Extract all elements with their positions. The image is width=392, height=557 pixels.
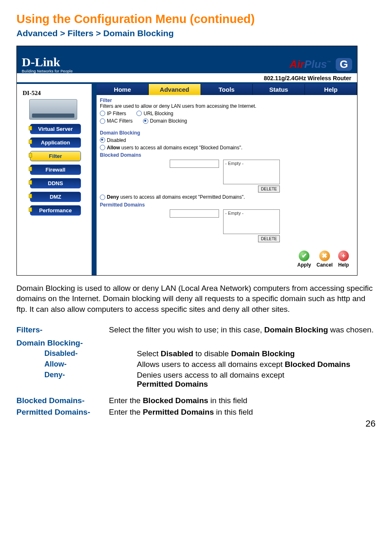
radio-icon	[136, 111, 142, 116]
def-disabled-text: Select Disabled to disable Domain Blocki…	[137, 349, 376, 358]
radio-label-bold: Deny	[107, 194, 119, 200]
page-title: Using the Configuration Menu (continued)	[16, 12, 376, 26]
sidebar-label: Firewall	[46, 167, 65, 173]
action-row: ✔Apply ✖Cancel +Help	[100, 244, 354, 271]
sidebar-item-application[interactable]: Application	[30, 137, 81, 148]
def-blocked-domains-label: Blocked Domains-	[16, 396, 109, 405]
sidebar-item-dmz[interactable]: DMZ	[30, 192, 81, 202]
logo-tm: ™	[327, 60, 331, 65]
radio-label-bold: Allow	[107, 145, 120, 151]
sidebar-label: Application	[41, 139, 70, 146]
delete-blocked-button[interactable]: DELETE	[258, 186, 280, 193]
radio-icon	[143, 118, 148, 124]
sidebar-item-filter[interactable]: Filter	[30, 151, 81, 161]
blocked-domains-heading: Blocked Domains	[100, 152, 354, 158]
model-label: DI-524	[17, 88, 92, 99]
radio-deny[interactable]: Deny users to access all domains except …	[100, 194, 245, 200]
device-image	[29, 99, 77, 120]
main-content: Filter Filters are used to allow or deny…	[97, 95, 357, 275]
radio-label: URL Blocking	[143, 111, 173, 116]
def-permitted-domains-label: Permitted Domains-	[16, 408, 109, 417]
radio-ip-filters[interactable]: IP Filters	[100, 111, 126, 116]
radio-label: MAC Filters	[107, 118, 133, 124]
brand-tagline: Building Networks for People	[22, 69, 73, 73]
apply-button[interactable]: ✔Apply	[297, 251, 311, 268]
radio-label: Disabled	[107, 137, 126, 143]
radio-icon	[100, 145, 105, 150]
plus-icon: +	[338, 251, 349, 261]
radio-mac-filters[interactable]: MAC Filters	[100, 118, 133, 124]
permitted-domain-input[interactable]	[170, 209, 219, 218]
radio-icon	[100, 195, 105, 200]
sidebar-item-firewall[interactable]: Firewall	[30, 165, 81, 175]
logo-g: G	[336, 58, 352, 71]
sidebar-label: DDNS	[48, 180, 63, 186]
action-label: Cancel	[316, 262, 332, 268]
sidebar-label: Performance	[39, 207, 71, 214]
router-header: D-Link Building Networks for People AirP…	[17, 46, 357, 73]
radio-url-blocking[interactable]: URL Blocking	[136, 111, 173, 116]
delete-permitted-button[interactable]: DELETE	[258, 235, 280, 242]
action-label: Help	[338, 262, 349, 268]
sidebar-item-virtual-server[interactable]: Virtual Server	[30, 124, 81, 134]
sidebar-label: Virtual Server	[38, 126, 73, 132]
page-number: 26	[16, 418, 376, 429]
brand-name: D-Link	[22, 56, 73, 68]
def-blocked-domains-text: Enter the Blocked Domains in this field	[109, 396, 376, 405]
main-panel: Home Advanced Tools Status Help Filter F…	[97, 84, 357, 275]
sidebar-label: DMZ	[50, 194, 61, 200]
filter-heading: Filter	[100, 97, 354, 103]
tab-help[interactable]: Help	[305, 84, 357, 95]
radio-label: Domain Blocking	[150, 118, 187, 124]
def-deny-label: Deny-	[16, 371, 137, 389]
band-label: 802.11g/2.4GHz Wireless Router	[17, 73, 357, 84]
radio-disabled[interactable]: Disabled	[100, 137, 126, 143]
breadcrumb: Advanced > Filters > Domain Blocking	[16, 28, 376, 38]
radio-label: IP Filters	[107, 111, 126, 116]
filter-desc: Filters are used to allow or deny LAN us…	[100, 103, 354, 109]
sidebar-label: Filter	[49, 153, 62, 159]
sidebar-item-performance[interactable]: Performance	[30, 205, 81, 216]
action-label: Apply	[297, 262, 311, 268]
description-paragraph: Domain Blocking is used to allow or deny…	[16, 283, 376, 315]
def-allow-text: Allows users to access all domains excep…	[137, 360, 376, 369]
radio-domain-blocking[interactable]: Domain Blocking	[143, 118, 187, 124]
sidebar: DI-524 Virtual Server Application Filter…	[17, 84, 97, 275]
domain-blocking-heading: Domain Blocking	[100, 130, 354, 136]
def-permitted-domains-text: Enter the Permitted Domains in this fiel…	[109, 408, 376, 417]
logo-plus: Plus	[304, 58, 327, 70]
permitted-domain-list[interactable]: - Empty -	[223, 209, 280, 234]
def-allow-label: Allow-	[16, 360, 137, 369]
tab-advanced[interactable]: Advanced	[149, 84, 201, 95]
cancel-button[interactable]: ✖Cancel	[316, 251, 332, 268]
blocked-domain-input[interactable]	[170, 160, 219, 168]
permitted-domains-heading: Permitted Domains	[100, 202, 354, 208]
dlink-logo: D-Link Building Networks for People	[22, 56, 73, 73]
def-disabled-label: Disabled-	[16, 349, 137, 358]
tab-home[interactable]: Home	[97, 84, 149, 95]
router-screenshot: D-Link Building Networks for People AirP…	[16, 46, 357, 276]
def-filters-label: Filters-	[16, 325, 109, 334]
radio-label-rest: users to access all domains except "Perm…	[119, 194, 245, 200]
radio-icon	[100, 137, 105, 143]
tab-status[interactable]: Status	[253, 84, 305, 95]
radio-allow[interactable]: Allow users to access all domains except…	[100, 145, 242, 151]
definitions: Filters- Select the filter you wish to u…	[16, 325, 376, 417]
blocked-domain-list[interactable]: - Empty -	[223, 160, 280, 184]
check-icon: ✔	[299, 251, 309, 261]
def-domain-blocking-label: Domain Blocking-	[16, 339, 109, 348]
tab-bar: Home Advanced Tools Status Help	[97, 84, 357, 95]
radio-icon	[100, 111, 105, 116]
x-icon: ✖	[319, 251, 330, 261]
logo-air: Air	[289, 58, 304, 70]
sidebar-item-ddns[interactable]: DDNS	[30, 178, 81, 188]
def-deny-text: Denies users access to all domains excep…	[137, 371, 376, 389]
help-button[interactable]: +Help	[338, 251, 349, 268]
tab-tools[interactable]: Tools	[201, 84, 253, 95]
product-logo: AirPlus™ G	[289, 58, 352, 73]
radio-label-rest: users to access all domains except "Bloc…	[120, 145, 242, 151]
def-filters-text: Select the filter you wish to use; in th…	[109, 325, 376, 334]
radio-icon	[100, 118, 105, 124]
